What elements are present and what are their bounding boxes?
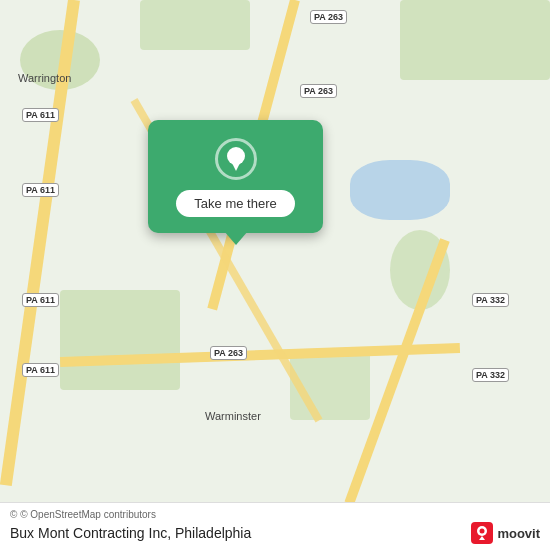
bottom-bar-content: Bux Mont Contracting Inc, Philadelphia m… <box>10 522 540 544</box>
label-warminster: Warminster <box>205 410 261 422</box>
copyright-symbol: © <box>10 509 17 520</box>
badge-pa611-mid1: PA 611 <box>22 183 59 197</box>
label-warrington: Warrington <box>18 72 71 84</box>
location-pin-icon <box>227 147 245 171</box>
park-area-2 <box>140 0 250 50</box>
moovit-text: moovit <box>497 526 540 541</box>
badge-pa263-top: PA 263 <box>310 10 347 24</box>
badge-pa332-top: PA 332 <box>472 293 509 307</box>
badge-pa611-mid2: PA 611 <box>22 293 59 307</box>
moovit-icon <box>471 522 493 544</box>
badge-pa263-bot: PA 263 <box>210 346 247 360</box>
moovit-logo: moovit <box>471 522 540 544</box>
badge-pa332-bot: PA 332 <box>472 368 509 382</box>
badge-pa263-mid: PA 263 <box>300 84 337 98</box>
location-popup: Take me there <box>148 120 323 233</box>
badge-pa611-bot: PA 611 <box>22 363 59 377</box>
take-me-there-button[interactable]: Take me there <box>176 190 294 217</box>
park-area-4 <box>60 290 180 390</box>
svg-point-2 <box>480 529 485 534</box>
badge-pa611-top: PA 611 <box>22 108 59 122</box>
map-container: Warrington Warminster PA 611 PA 263 PA 2… <box>0 0 550 550</box>
attribution-label: © OpenStreetMap contributors <box>20 509 156 520</box>
attribution-text: © © OpenStreetMap contributors <box>10 509 540 520</box>
business-name: Bux Mont Contracting Inc, Philadelphia <box>10 525 251 541</box>
water-body <box>350 160 450 220</box>
location-icon-circle <box>215 138 257 180</box>
park-area-3 <box>400 0 550 80</box>
bottom-bar: © © OpenStreetMap contributors Bux Mont … <box>0 502 550 550</box>
